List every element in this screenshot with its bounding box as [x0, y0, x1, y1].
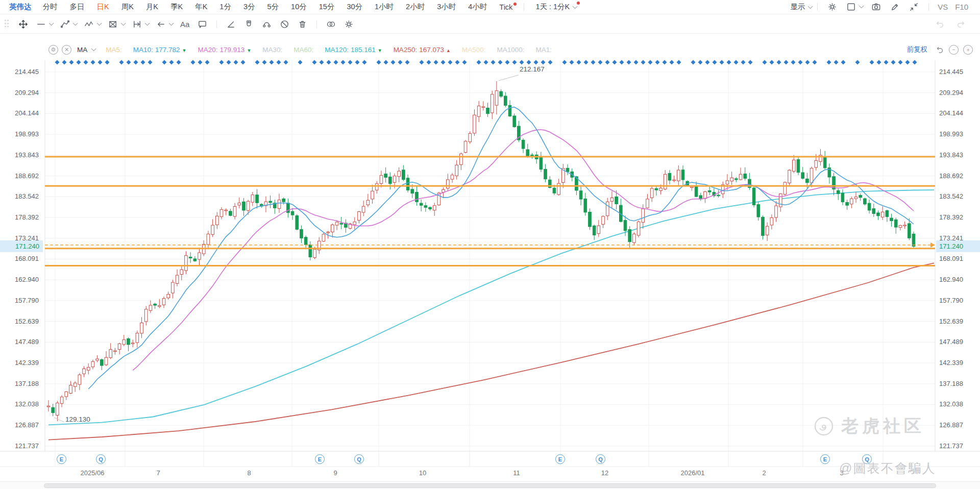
y-axis-label: 137.188	[939, 379, 963, 388]
event-marker-icon	[483, 60, 488, 64]
event-marker-icon	[362, 60, 366, 64]
y-axis-label: 178.392	[0, 213, 39, 222]
y-axis-label: 162.940	[939, 275, 963, 284]
event-marker-icon	[776, 60, 781, 64]
event-marker-icon	[741, 60, 745, 64]
event-marker-icon	[140, 60, 145, 64]
event-marker-icon	[769, 60, 774, 64]
x-axis-label: 2025/06	[57, 469, 128, 477]
event-marker-icon	[62, 60, 66, 64]
y-axis-label: 198.993	[939, 130, 963, 139]
event-marker-icon	[891, 60, 895, 64]
y-axis-label: 204.144	[0, 109, 39, 118]
y-axis-label: 209.294	[0, 88, 39, 97]
indicator-name[interactable]: MA	[77, 46, 87, 54]
y-axis-label: 142.339	[939, 358, 963, 368]
indicator-close-icon[interactable]: ✕	[62, 45, 71, 55]
quarterly-report-badge[interactable]: Q	[96, 454, 106, 464]
indicator-item-MA500[interactable]: MA500:	[462, 46, 486, 54]
event-marker-icon	[190, 60, 195, 64]
y-axis-label: 121.737	[939, 442, 963, 451]
event-marker-icon	[498, 60, 502, 64]
x-axis-label: 9	[300, 469, 371, 477]
quarterly-report-badge[interactable]: Q	[354, 454, 364, 464]
event-marker-icon	[312, 60, 316, 64]
event-marker-icon	[348, 60, 352, 64]
indicator-item-MA120[interactable]: MA120:185.161▼	[325, 46, 382, 54]
event-marker-icon	[712, 60, 717, 64]
indicator-item-MA5[interactable]: MA5:	[106, 46, 122, 54]
earnings-badge[interactable]: E	[555, 454, 565, 464]
x-axis-label: 11	[481, 469, 552, 477]
event-marker-icon	[126, 60, 131, 64]
event-marker-icon	[633, 60, 638, 64]
horizontal-scrollbar	[0, 481, 980, 489]
indicator-item-MA30[interactable]: MA30:	[262, 46, 282, 54]
event-marker-icon	[340, 60, 345, 64]
event-marker-icon	[76, 60, 81, 64]
event-marker-icon	[233, 60, 238, 64]
event-marker-icon	[719, 60, 724, 64]
indicator-item-MA250[interactable]: MA250:167.073▲	[394, 46, 451, 54]
y-axis-label: 162.940	[0, 275, 39, 284]
zoom-in-icon[interactable]: ＋	[963, 45, 973, 55]
y-axis-label: 152.639	[0, 317, 39, 326]
scrollbar-handle[interactable]	[44, 483, 936, 488]
reset-zoom-icon[interactable]	[936, 45, 944, 54]
y-axis-label: 214.445	[0, 67, 39, 77]
indicator-item-MA60[interactable]: MA60:	[293, 46, 313, 54]
y-axis-label: 147.489	[0, 337, 39, 347]
event-marker-icon	[798, 60, 802, 64]
y-axis-label: 198.993	[0, 130, 39, 139]
event-marker-icon	[791, 60, 795, 64]
y-axis-label: 152.639	[939, 317, 963, 326]
event-marker-icon	[905, 60, 910, 64]
y-axis-label: 188.692	[939, 172, 963, 181]
indicator-item-MA1[interactable]: MA1:	[535, 46, 552, 54]
event-marker-icon	[276, 60, 281, 64]
event-marker-icon	[912, 60, 917, 64]
indicator-item-MA1000[interactable]: MA1000:	[497, 46, 524, 54]
earnings-badge[interactable]: E	[820, 454, 830, 464]
community-watermark: 老虎社区	[814, 414, 925, 438]
event-marker-icon	[148, 60, 152, 64]
event-marker-icon	[898, 60, 902, 64]
event-marker-icon	[669, 60, 674, 64]
x-axis-label: 10	[387, 469, 458, 477]
event-marker-icon	[526, 60, 531, 64]
y-axis-label: 132.038	[939, 400, 963, 409]
event-marker-icon	[462, 60, 467, 64]
x-axis-label: 2026/01	[657, 469, 728, 477]
earnings-badge[interactable]: E	[57, 454, 66, 464]
indicator-item-MA20[interactable]: MA20:179.913▼	[198, 46, 252, 54]
earnings-badge[interactable]: E	[315, 454, 325, 464]
event-marker-icon	[598, 60, 602, 64]
event-marker-icon	[426, 60, 431, 64]
event-marker-icon	[226, 60, 231, 64]
event-marker-icon	[626, 60, 631, 64]
event-marker-icon	[569, 60, 574, 64]
event-marker-icon	[491, 60, 495, 64]
event-marker-icon	[834, 60, 838, 64]
event-marker-icon	[884, 60, 888, 64]
indicator-bar-right: 前复权 − ＋	[907, 43, 973, 56]
event-marker-icon	[440, 60, 445, 64]
event-marker-icon	[783, 60, 788, 64]
adjust-mode-link[interactable]: 前复权	[907, 45, 928, 54]
event-marker-icon	[176, 60, 181, 64]
event-marker-icon	[876, 60, 881, 64]
event-marker-icon	[448, 60, 452, 64]
indicator-item-MA10[interactable]: MA10:177.782▼	[133, 46, 187, 54]
quarterly-report-badge[interactable]: Q	[596, 454, 605, 464]
event-marker-icon	[562, 60, 567, 64]
y-axis-label: 168.091	[0, 254, 39, 263]
zoom-out-icon[interactable]: −	[949, 45, 959, 55]
arrow-down-icon: ▼	[182, 48, 187, 53]
current-price-label-left: 171.240	[0, 240, 43, 252]
indicator-settings-icon[interactable]: ⚙	[48, 45, 58, 55]
event-marker-icon	[662, 60, 667, 64]
event-marker-icon	[398, 60, 402, 64]
event-marker-icon	[105, 60, 109, 64]
event-marker-icon	[283, 60, 288, 64]
event-marker-icon	[812, 60, 817, 64]
